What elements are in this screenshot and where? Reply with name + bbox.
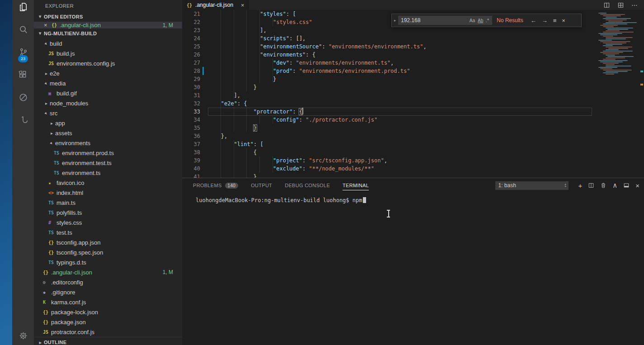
code-line-38[interactable]: 38{ [182, 148, 592, 156]
tree-file-polyfills.ts[interactable]: TSpolyfills.ts [34, 208, 182, 217]
find-in-selection-icon[interactable]: ≡ [553, 17, 557, 24]
tree-file-test.ts[interactable]: TStest.ts [34, 227, 182, 237]
kill-terminal-icon[interactable] [600, 182, 606, 189]
tree-file-environments.config.js[interactable]: JSenvironments.config.js [34, 58, 182, 68]
code-line-28[interactable]: 28"prod": "environments/environment.prod… [182, 67, 592, 75]
tab-close-icon[interactable]: × [241, 2, 244, 9]
tree-folder-build[interactable]: ▸build [34, 38, 182, 48]
code-line-26[interactable]: 26"environments": { [182, 51, 592, 59]
outline-header[interactable]: ▸ OUTLINE [34, 337, 182, 345]
expand-icon[interactable]: ▸ [43, 101, 50, 106]
panel-tab-problems[interactable]: PROBLEMS140 [193, 178, 238, 193]
whole-word-icon[interactable]: Ab [476, 18, 484, 23]
editor-layout-icon[interactable] [617, 2, 624, 9]
open-editors-header[interactable]: ▸ OPEN EDITORS [34, 12, 182, 22]
tree-file-tsconfig.app.json[interactable]: {}tsconfig.app.json [34, 237, 182, 247]
code-line-36[interactable]: 36}, [182, 132, 592, 140]
more-actions-icon[interactable]: ⋯ [631, 1, 638, 9]
tree-file-protractor.conf.js[interactable]: JSprotractor.conf.js [34, 327, 182, 337]
code-line-24[interactable]: 24"scripts": [], [182, 34, 592, 43]
tree-folder-src[interactable]: ▸src [34, 108, 182, 118]
tree-file-environment.test.ts[interactable]: TSenvironment.test.ts [34, 158, 182, 168]
code-line-37[interactable]: 37"lint": [ [182, 140, 592, 148]
next-match-icon[interactable]: → [542, 17, 548, 24]
tree-file-package.json[interactable]: {}package.json [34, 317, 182, 327]
tree-folder-e2e[interactable]: ▸e2e [34, 68, 182, 78]
terminal-shell-select[interactable]: 1: bash ▴▾ [495, 181, 569, 190]
code-line-41[interactable]: 41} [182, 173, 592, 178]
tree-file-package-lock.json[interactable]: {}package-lock.json [34, 307, 182, 317]
tree-file-index.html[interactable]: <>index.html [34, 188, 182, 198]
code-line-40[interactable]: 40"exclude": "**/node_modules/**" [182, 165, 592, 173]
code-line-27[interactable]: 27"dev": "environments/environment.ts", [182, 59, 592, 67]
tree-folder-node_modules[interactable]: ▸node_modules [34, 98, 182, 108]
panel-tab-terminal[interactable]: TERMINAL [343, 178, 369, 193]
code-line-39[interactable]: 39"project": "src/tsconfig.app.json", [182, 156, 592, 165]
close-icon[interactable]: × [44, 22, 52, 28]
tree-file-.angular-cli.json[interactable]: {}.angular-cli.json1, M [34, 267, 182, 277]
panel-position-icon[interactable] [623, 182, 630, 189]
tree-file-build.js[interactable]: JSbuild.js [34, 48, 182, 58]
extensions-icon[interactable] [12, 63, 34, 86]
new-terminal-icon[interactable]: + [578, 182, 582, 189]
tree-file-styles.css[interactable]: #styles.css [34, 217, 182, 227]
tree-file-typings.d.ts[interactable]: TStypings.d.ts [34, 257, 182, 267]
code-line-32[interactable]: 32"e2e": { [182, 99, 592, 108]
tree-folder-app[interactable]: ▸app [34, 118, 182, 128]
code-line-29[interactable]: 29} [182, 75, 592, 83]
tree-folder-media[interactable]: ▸media [34, 78, 182, 88]
hook-icon[interactable] [12, 109, 34, 131]
file-type-icon: # [48, 220, 56, 225]
code-line-31[interactable]: 31], [182, 91, 592, 99]
tree-file-build.gif[interactable]: ▣build.gif [34, 88, 182, 98]
expand-icon[interactable]: ▸ [43, 71, 50, 76]
open-editor-item[interactable]: × {} .angular-cli.json 1, M [34, 22, 182, 28]
regex-icon[interactable]: .* [484, 18, 490, 23]
close-panel-icon[interactable]: × [635, 182, 639, 189]
minimap[interactable] [592, 10, 644, 178]
explorer-icon[interactable] [12, 0, 34, 18]
tree-folder-environments[interactable]: ▸environments [34, 138, 182, 148]
close-find-icon[interactable]: × [562, 17, 565, 24]
expand-icon[interactable]: ▸ [48, 121, 55, 126]
code-line-25[interactable]: 25"environmentSource": "environments/env… [182, 43, 592, 51]
tree-file-environment.ts[interactable]: TSenvironment.ts [34, 168, 182, 178]
collapse-icon[interactable]: ▸ [47, 139, 56, 147]
expand-icon[interactable]: ▸ [48, 131, 55, 136]
file-label: package.json [51, 319, 86, 326]
find-input[interactable] [400, 17, 468, 24]
tree-folder-assets[interactable]: ▸assets [34, 128, 182, 138]
minimap-line [598, 40, 612, 41]
terminal[interactable]: luohongdeMacBook-Pro:ng-multienv-build l… [182, 193, 644, 345]
circle-slash-icon[interactable] [12, 86, 34, 109]
tab-angular-cli-json[interactable]: {} .angular-cli.json × [182, 0, 249, 10]
match-case-icon[interactable]: Aa [468, 18, 476, 23]
tree-file-.gitignore[interactable]: ◆.gitignore [34, 287, 182, 297]
tree-file-tsconfig.spec.json[interactable]: {}tsconfig.spec.json [34, 247, 182, 257]
collapse-icon[interactable]: ▸ [42, 109, 50, 117]
code-editor[interactable]: 21"styles": [22"styles.css"23],24"script… [182, 10, 592, 178]
panel-tab-debug-console[interactable]: DEBUG CONSOLE [285, 178, 330, 193]
source-control-icon[interactable]: 23 [12, 41, 34, 63]
toggle-replace-icon[interactable]: ▸ [392, 14, 398, 27]
tree-file-.editorconfig[interactable]: ⚙.editorconfig [34, 277, 182, 287]
code-line-33[interactable]: 33"protractor": { [182, 108, 592, 116]
tree-file-favicon.ico[interactable]: ★favicon.ico [34, 178, 182, 188]
split-editor-icon[interactable] [603, 2, 610, 9]
search-icon[interactable] [12, 18, 34, 41]
code-line-30[interactable]: 30} [182, 83, 592, 91]
project-root-header[interactable]: ▸ NG-MULTIENV-BUILD [34, 28, 182, 38]
collapse-icon[interactable]: ▸ [42, 79, 50, 87]
code-line-35[interactable]: 35} [182, 124, 592, 132]
tree-file-karma.conf.js[interactable]: Kkarma.conf.js [34, 297, 182, 307]
split-terminal-icon[interactable] [588, 182, 594, 189]
code-line-34[interactable]: 34"config": "./protractor.conf.js" [182, 116, 592, 124]
code-line-23[interactable]: 23], [182, 26, 592, 34]
tree-file-environment.prod.ts[interactable]: TSenvironment.prod.ts [34, 148, 182, 158]
previous-match-icon[interactable]: ← [531, 17, 536, 24]
tree-file-main.ts[interactable]: TSmain.ts [34, 198, 182, 208]
maximize-panel-icon[interactable]: ∧ [612, 181, 617, 189]
collapse-icon[interactable]: ▸ [42, 39, 50, 47]
panel-tab-output[interactable]: OUTPUT [251, 178, 272, 193]
settings-gear-icon[interactable] [12, 324, 34, 345]
